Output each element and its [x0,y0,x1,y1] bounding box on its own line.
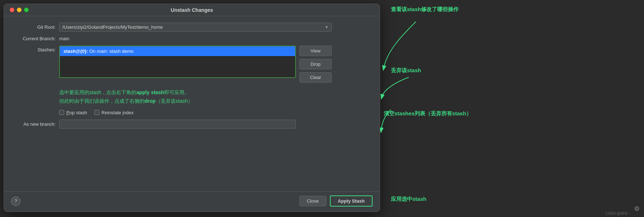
pop-stash-checkbox[interactable]: Pop stash [59,110,87,115]
dialog-footer: ? Close Apply Stash [4,191,380,212]
description-line1: 选中要应用的stash，点击右下角的apply stash即可应用。 [59,88,371,97]
stashes-row: Stashes: stash@{0}: On main: stash demo … [13,46,371,83]
reinstate-index-box[interactable] [94,110,99,115]
stash-branch: main [97,49,107,54]
desc-after-1: 即可应用。 [164,89,189,95]
apply-stash-button[interactable]: Apply Stash [330,195,373,207]
stashes-list[interactable]: stash@{0}: On main: stash demo [59,46,296,78]
checkboxes-row: Pop stash Reinstate index [59,110,371,115]
close-button[interactable]: Close [299,196,326,206]
description-line2: 但此时由于我们误操作，点成了右侧的drop（丢弃该stash） [59,97,371,106]
clear-button[interactable]: Clear [299,72,332,83]
chevron-down-icon: ▼ [325,25,328,29]
reinstate-index-checkbox[interactable]: Reinstate index [94,110,134,115]
watermark: CSDN @NPE~ [605,212,630,216]
stash-item-label: stash@{0}: On main: stash demo [63,49,134,54]
reinstate-index-label: Reinstate index [101,110,134,115]
git-root-label: Git Root: [13,24,56,30]
current-branch-value: main [59,36,69,41]
pop-stash-label: Pop stash [66,110,87,115]
dialog-window: Unstash Changes Git Root: /Users/ziyi2/G… [4,4,380,212]
desc-bold-1: apply stash [136,89,164,95]
dialog-body: Git Root: /Users/ziyi2/GolandProjects/My… [4,16,380,191]
git-root-dropdown[interactable]: /Users/ziyi2/GolandProjects/MyTest/demo_… [59,23,332,32]
dialog-title: Unstash Changes [171,7,213,13]
desc-suf-2: （丢弃该stash） [156,98,193,104]
arrow-to-drop [380,72,452,101]
stash-name: stash@{0}: [63,49,88,54]
footer-right: Close Apply Stash [299,195,373,207]
annotation-area: 查看该stash修改了哪些操作 丢弃该stash 清空stashes列表（丢弃所… [380,0,644,217]
description-area: 选中要应用的stash，点击右下角的apply stash即可应用。 但此时由于… [59,88,371,106]
annotation-top-right: 查看该stash修改了哪些操作 [391,5,459,13]
annotation-apply-stash: 应用选中stash [391,195,426,203]
help-button[interactable]: ? [11,197,20,206]
as-new-branch-label: As new branch: [13,121,56,127]
git-root-value: /Users/ziyi2/GolandProjects/MyTest/demo_… [62,24,322,30]
maximize-traffic-light[interactable] [24,8,29,12]
drop-button[interactable]: Drop [299,59,332,69]
arrow-to-clear [380,106,452,135]
current-branch-row: Current Branch: main [13,36,371,41]
traffic-lights [10,8,29,12]
current-branch-label: Current Branch: [13,36,56,41]
git-root-row: Git Root: /Users/ziyi2/GolandProjects/My… [13,23,371,32]
stashes-label: Stashes: [13,47,56,52]
stash-description: stash demo [108,49,134,54]
view-button[interactable]: View [299,46,332,56]
as-new-branch-input[interactable] [59,120,296,129]
desc-bold-2: drop [145,98,156,104]
desc-text-1: 选中要应用的stash，点击右下角的 [59,89,136,95]
pop-stash-box[interactable] [59,110,64,115]
as-new-branch-row: As new branch: [13,120,371,129]
close-traffic-light[interactable] [10,8,14,12]
side-buttons: View Drop Clear [299,46,332,83]
stash-on-prefix: On [88,49,97,54]
desc-text-2: 但此时由于我们误操作，点成了右侧的 [59,98,145,104]
gear-icon[interactable]: ⚙ [634,205,640,213]
minimize-traffic-light[interactable] [17,8,22,12]
arrow-to-view [380,14,452,72]
title-bar: Unstash Changes [4,4,380,16]
stash-list-item[interactable]: stash@{0}: On main: stash demo [60,46,295,56]
